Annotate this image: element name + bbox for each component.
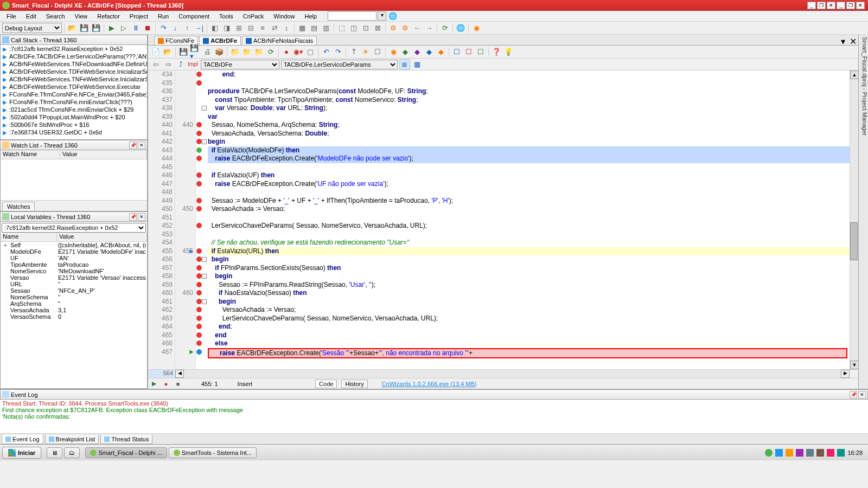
watch-col-name[interactable]: Watch Name [1, 150, 60, 159]
locals-row[interactable]: +Self([csInheritable], ACBrAbout, nil, (… [1, 242, 147, 248]
locals-row[interactable]: UF'AN' [1, 255, 147, 261]
tb-10[interactable]: ▥ [321, 23, 331, 34]
expand-icon[interactable] [2, 281, 9, 287]
tray-icon[interactable] [837, 449, 845, 457]
editor-scrollbar[interactable]: ▲ ▼ [850, 70, 858, 369]
save-icon[interactable]: 💾 [79, 23, 90, 34]
locals-row[interactable]: NomeSchema'' [1, 294, 147, 300]
taskbar-item[interactable]: Smart_Fiscal - Delphi ... [85, 447, 167, 458]
locals-grid[interactable]: +Self([csInheritable], ACBrAbout, nil, (… [1, 242, 147, 388]
callstack-item[interactable]: ▶:021ac5cd TfrmConsNFe.mniEnviarClick + … [1, 106, 147, 113]
view-list-icon[interactable]: ≣ [399, 59, 410, 70]
menu-component[interactable]: Component [174, 12, 214, 21]
tb-15[interactable]: ⚙ [388, 23, 399, 34]
editor-tab[interactable]: ACBrDFe [199, 36, 241, 45]
etb-pkg[interactable]: 📦 [214, 47, 225, 57]
locals-row[interactable]: VersaoSchema0 [1, 313, 147, 320]
expand-icon[interactable] [2, 300, 9, 307]
cnwizards-link[interactable]: CnWizards 1.0.2.666.exe (13.4 MB) [382, 381, 477, 387]
menu-run[interactable]: Run [154, 12, 173, 21]
tray-icon[interactable] [816, 449, 824, 457]
menu-edit[interactable]: Edit [22, 12, 41, 21]
save-all-icon[interactable]: 💾 [91, 23, 101, 34]
expand-icon[interactable] [2, 248, 9, 255]
scroll-down-icon[interactable]: ▼ [850, 361, 858, 369]
minimize-button-2[interactable]: _ [837, 2, 845, 9]
callstack-item[interactable]: ▶FConsNFe.TfrmConsNFe.mniEnviarClick(???… [1, 98, 147, 106]
callstack-item[interactable]: ▶ACBrNFeWebServices.TNFeWebService.Inici… [1, 75, 147, 83]
hscroll-right-icon[interactable]: ▶ [841, 370, 850, 378]
bulb-icon[interactable]: 💡 [503, 47, 514, 57]
expand-icon[interactable] [2, 307, 9, 313]
etb-b4[interactable]: ◆ [424, 47, 435, 57]
expand-icon[interactable]: + [2, 242, 9, 248]
code-editor[interactable]: 4344354364374384394404414424434444454464… [148, 70, 858, 369]
tb-8[interactable]: ▦ [297, 23, 308, 34]
scroll-thumb[interactable] [850, 222, 858, 260]
callstack-item[interactable]: ▶:7c812afb kernel32.RaiseException + 0x5… [1, 45, 147, 53]
etb-a2[interactable]: ☀ [360, 47, 371, 57]
stop-status-icon[interactable]: ■ [174, 380, 182, 388]
step-over-icon[interactable]: ↷ [158, 23, 169, 34]
etb-refresh[interactable]: ⟳ [265, 47, 276, 57]
etb-c1[interactable]: ☐ [451, 47, 462, 57]
hscroll-track[interactable] [184, 370, 841, 378]
locals-row[interactable]: VersaoAchada3,1 [1, 307, 147, 313]
tray-icon[interactable] [765, 449, 773, 457]
run-to-cursor-icon[interactable]: →| [194, 23, 205, 34]
help-icon[interactable]: ❓ [491, 47, 502, 57]
tb-11[interactable]: ⬚ [336, 23, 347, 34]
tray-icon[interactable] [786, 449, 793, 457]
watches-tab[interactable]: Watches [2, 202, 35, 211]
etb-undo[interactable]: ↶ [321, 47, 331, 57]
etb-folder1[interactable]: 📁 [229, 47, 240, 57]
tray-icon[interactable] [775, 449, 783, 457]
layout-combo[interactable]: Debug Layout [2, 23, 62, 33]
tb-12[interactable]: ◫ [348, 23, 359, 34]
minimize-button[interactable]: _ [807, 2, 816, 9]
menu-tools[interactable]: Tools [215, 12, 238, 21]
tab-menu-icon[interactable]: ▾ [841, 36, 850, 45]
taskbar-item[interactable]: SmartTools - Sistema Int... [169, 447, 257, 458]
etb-bp[interactable]: ● [281, 47, 292, 57]
pin-icon[interactable]: 📌 [129, 213, 137, 221]
tb-13[interactable]: ⊡ [360, 23, 371, 34]
tb-4[interactable]: ⊟ [245, 23, 256, 34]
step-out-icon[interactable]: ↑ [182, 23, 193, 34]
method-combo[interactable]: TACBrDFe.LerServicoDeParams [281, 60, 398, 69]
callstack-item[interactable]: ▶FConsNFe.TfrmConsNFe.NFCe_Enviar(3465,F… [1, 91, 147, 98]
close-panel-icon[interactable]: ✕ [138, 213, 145, 221]
run-icon[interactable]: ▶ [106, 23, 117, 34]
etb-print[interactable]: 🖨 [202, 47, 213, 57]
open-icon[interactable]: 📂 [67, 23, 78, 34]
locals-col-value[interactable]: Value [57, 233, 147, 241]
locals-row[interactable]: NomeServico'NfeDownloadNF' [1, 268, 147, 274]
close-panel-icon[interactable]: ✕ [138, 142, 145, 149]
restore-button-2[interactable]: ❐ [846, 2, 855, 9]
tb-2[interactable]: ◨ [221, 23, 232, 34]
tray-icon[interactable] [806, 449, 814, 457]
close-panel-icon[interactable]: ✕ [858, 391, 866, 399]
project-manager-tab[interactable]: Smart_Fiscal.dproj - Project Manager [858, 35, 868, 389]
etb-folder2[interactable]: 📁 [241, 47, 252, 57]
locals-frame-combo[interactable]: :7c812afb kernel32.RaiseException + 0x52 [2, 223, 146, 233]
etb-b2[interactable]: ◆ [400, 47, 411, 57]
pin-icon[interactable]: 📌 [850, 391, 857, 399]
tb-3[interactable]: ⊞ [233, 23, 244, 34]
menu-view[interactable]: View [71, 12, 92, 21]
etb-b5[interactable]: ◆ [436, 47, 446, 57]
callstack-item[interactable]: ▶:502a0dd4 TPopupList.MainWndProc + $20 [1, 113, 147, 121]
quick-launch-1[interactable]: 🖥 [47, 447, 62, 458]
expand-icon[interactable] [2, 313, 9, 320]
ide-search-dropdown[interactable]: ▾ [378, 11, 386, 21]
pin-icon[interactable]: 📌 [129, 142, 137, 149]
ide-search-input[interactable] [328, 11, 376, 21]
expand-icon[interactable] [2, 274, 9, 281]
tb-5[interactable]: ≡ [257, 23, 268, 34]
tb-14[interactable]: ⊠ [372, 23, 383, 34]
etb-saveall[interactable]: 💾▾ [190, 47, 201, 57]
expand-icon[interactable] [2, 255, 9, 261]
menu-file[interactable]: File [2, 12, 21, 21]
nav-up-icon[interactable]: ⤴ [175, 59, 186, 70]
close-tab-icon[interactable]: ✕ [850, 36, 858, 45]
